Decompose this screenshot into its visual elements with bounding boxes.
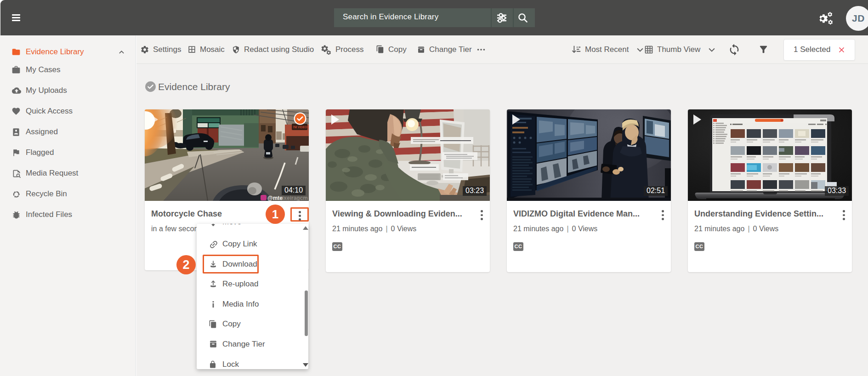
svg-text:ixeiragcm: ixeiragcm bbox=[282, 195, 308, 201]
svg-text:@mte: @mte bbox=[267, 195, 283, 201]
svg-text:7M VIDEOS: 7M VIDEOS bbox=[293, 125, 309, 129]
